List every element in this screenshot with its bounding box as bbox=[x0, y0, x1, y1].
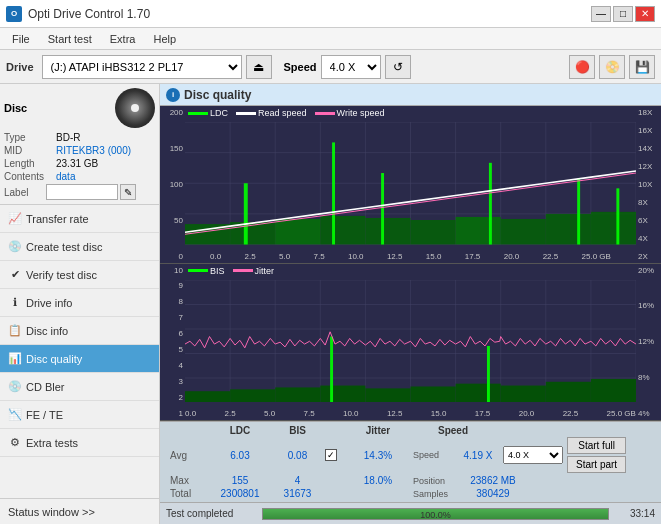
maximize-button[interactable]: □ bbox=[613, 6, 633, 22]
chart1-y-axis-right: 18X 16X 14X 12X 10X 8X 6X 4X 2X bbox=[636, 106, 661, 263]
drive-select[interactable]: (J:) ATAPI iHBS312 2 PL17 bbox=[42, 55, 242, 79]
avg-label: Avg bbox=[170, 450, 210, 461]
svg-rect-51 bbox=[365, 388, 410, 402]
svg-rect-30 bbox=[616, 188, 619, 244]
sidebar-item-fe-te[interactable]: 📉 FE / TE bbox=[0, 401, 159, 429]
drive-info-icon: ℹ bbox=[8, 296, 22, 310]
stats-col-headers: LDC BIS Jitter Speed bbox=[166, 424, 655, 436]
transfer-rate-label: Transfer rate bbox=[26, 213, 89, 225]
progress-label: Test completed bbox=[166, 508, 256, 519]
sidebar-item-drive-info[interactable]: ℹ Drive info bbox=[0, 289, 159, 317]
disc-icon bbox=[115, 88, 155, 128]
disc-quality-title: Disc quality bbox=[184, 88, 251, 102]
speed-select[interactable]: 4.0 X bbox=[321, 55, 381, 79]
toolbar-btn1[interactable]: 🔴 bbox=[569, 55, 595, 79]
stats-avg-row: Avg 6.03 0.08 ✓ 14.3% Speed 4.19 X 4.0 X… bbox=[166, 436, 655, 474]
menu-help[interactable]: Help bbox=[145, 31, 184, 47]
eject-button[interactable]: ⏏ bbox=[246, 55, 272, 79]
max-bis: 4 bbox=[270, 475, 325, 486]
sidebar: Disc Type BD-R MID RITEKBR3 (000) Length… bbox=[0, 84, 160, 524]
svg-rect-25 bbox=[244, 183, 248, 244]
stats-max-row: Max 155 4 18.0% Position 23862 MB bbox=[166, 474, 655, 487]
avg-speed: 4.19 X bbox=[453, 450, 503, 461]
fe-te-label: FE / TE bbox=[26, 409, 63, 421]
svg-rect-27 bbox=[381, 173, 384, 244]
drive-toolbar: Drive (J:) ATAPI iHBS312 2 PL17 ⏏ Speed … bbox=[0, 50, 661, 84]
read-speed-label: Read speed bbox=[258, 108, 307, 118]
svg-rect-29 bbox=[577, 178, 580, 244]
nav-items: 📈 Transfer rate 💿 Create test disc ✔ Ver… bbox=[0, 205, 159, 457]
svg-rect-52 bbox=[411, 386, 456, 402]
sidebar-item-verify-test-disc[interactable]: ✔ Verify test disc bbox=[0, 261, 159, 289]
status-window-button[interactable]: Status window >> bbox=[0, 498, 159, 524]
cd-bler-icon: 💿 bbox=[8, 380, 22, 394]
svg-rect-55 bbox=[546, 381, 591, 402]
progress-bar-row: Test completed 100.0% 33:14 bbox=[160, 502, 661, 524]
sidebar-item-create-test-disc[interactable]: 💿 Create test disc bbox=[0, 233, 159, 261]
svg-rect-58 bbox=[487, 345, 490, 402]
label-field-label: Label bbox=[4, 187, 44, 198]
ldc-col-header: LDC bbox=[210, 425, 270, 436]
svg-rect-53 bbox=[456, 383, 501, 402]
cd-bler-label: CD Bler bbox=[26, 381, 65, 393]
progress-track: 100.0% bbox=[262, 508, 609, 520]
svg-rect-22 bbox=[501, 219, 546, 245]
start-buttons: Start full Start part bbox=[567, 437, 626, 473]
progress-time: 33:14 bbox=[615, 508, 655, 519]
toolbar-btn2[interactable]: 📀 bbox=[599, 55, 625, 79]
window-controls: — □ ✕ bbox=[591, 6, 655, 22]
chart1-x-axis: 0.0 2.5 5.0 7.5 10.0 12.5 15.0 17.5 20.0… bbox=[185, 252, 636, 261]
status-window-label: Status window >> bbox=[8, 506, 95, 518]
max-position: 23862 MB bbox=[453, 475, 533, 486]
svg-rect-17 bbox=[275, 219, 320, 245]
sidebar-item-extra-tests[interactable]: ⚙ Extra tests bbox=[0, 429, 159, 457]
legend-ldc: LDC bbox=[188, 108, 228, 118]
write-speed-label: Write speed bbox=[337, 108, 385, 118]
chart1-y-axis-left: 200 150 100 50 0 bbox=[160, 106, 185, 263]
speed-dropdown[interactable]: 4.0 X bbox=[503, 446, 563, 464]
start-full-button[interactable]: Start full bbox=[567, 437, 626, 454]
extra-tests-label: Extra tests bbox=[26, 437, 78, 449]
refresh-button[interactable]: ↺ bbox=[385, 55, 411, 79]
svg-rect-47 bbox=[185, 391, 230, 402]
label-input[interactable] bbox=[46, 184, 118, 200]
svg-rect-48 bbox=[230, 389, 275, 402]
disc-quality-header-icon: i bbox=[166, 88, 180, 102]
disc-quality-label: Disc quality bbox=[26, 353, 82, 365]
sidebar-item-cd-bler[interactable]: 💿 CD Bler bbox=[0, 373, 159, 401]
label-edit-button[interactable]: ✎ bbox=[120, 184, 136, 200]
jitter-col-header: Jitter bbox=[343, 425, 413, 436]
disc-info-label: Disc info bbox=[26, 325, 68, 337]
menu-extra[interactable]: Extra bbox=[102, 31, 144, 47]
toolbar-btn3[interactable]: 💾 bbox=[629, 55, 655, 79]
avg-jitter: 14.3% bbox=[343, 450, 413, 461]
extra-tests-icon: ⚙ bbox=[8, 436, 22, 450]
menu-file[interactable]: File bbox=[4, 31, 38, 47]
jitter-label: Jitter bbox=[255, 266, 275, 276]
disc-section-title: Disc bbox=[4, 102, 27, 114]
sidebar-item-transfer-rate[interactable]: 📈 Transfer rate bbox=[0, 205, 159, 233]
read-speed-color bbox=[236, 112, 256, 115]
menu-start-test[interactable]: Start test bbox=[40, 31, 100, 47]
svg-rect-54 bbox=[501, 385, 546, 402]
avg-ldc: 6.03 bbox=[210, 450, 270, 461]
length-value: 23.31 GB bbox=[56, 158, 98, 169]
total-bis: 31673 bbox=[270, 488, 325, 499]
charts-container: LDC Read speed Write speed 200 150 100 bbox=[160, 106, 661, 421]
drive-label: Drive bbox=[6, 61, 34, 73]
minimize-button[interactable]: — bbox=[591, 6, 611, 22]
verify-test-disc-icon: ✔ bbox=[8, 268, 22, 282]
svg-rect-20 bbox=[411, 220, 456, 245]
disc-panel: Disc Type BD-R MID RITEKBR3 (000) Length… bbox=[0, 84, 159, 205]
chart-ldc: LDC Read speed Write speed 200 150 100 bbox=[160, 106, 661, 264]
mid-value: RITEKBR3 (000) bbox=[56, 145, 131, 156]
close-button[interactable]: ✕ bbox=[635, 6, 655, 22]
sidebar-item-disc-info[interactable]: 📋 Disc info bbox=[0, 317, 159, 345]
total-ldc: 2300801 bbox=[210, 488, 270, 499]
app-title: Opti Drive Control 1.70 bbox=[28, 7, 150, 21]
start-part-button[interactable]: Start part bbox=[567, 456, 626, 473]
jitter-checkbox[interactable]: ✓ bbox=[325, 449, 337, 461]
create-test-disc-label: Create test disc bbox=[26, 241, 102, 253]
svg-rect-18 bbox=[320, 216, 365, 245]
sidebar-item-disc-quality[interactable]: 📊 Disc quality bbox=[0, 345, 159, 373]
